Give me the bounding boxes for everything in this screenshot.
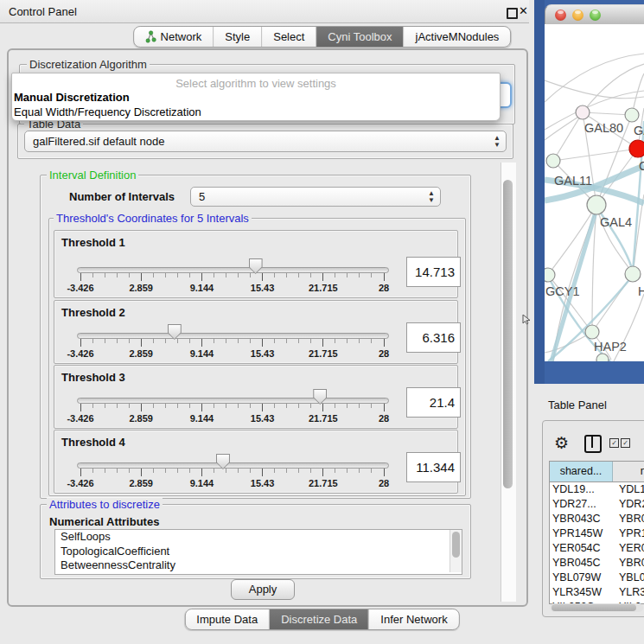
network-canvas[interactable]: GAL80GACGAL11GAL4GCY1HHAP2: [545, 24, 644, 361]
mac-zoom-button[interactable]: [590, 10, 601, 21]
slider-tick: [250, 404, 251, 408]
threshold-value-field[interactable]: 21.4: [406, 387, 461, 418]
cell-name: YBL0: [615, 571, 644, 586]
slider-tick: [226, 339, 226, 343]
network-node-default[interactable]: [625, 266, 641, 282]
table-row[interactable]: YPR145WYPR1: [550, 527, 644, 542]
tab-network[interactable]: Network: [134, 27, 214, 47]
network-edge[interactable]: [545, 114, 583, 140]
slider-tick: [310, 273, 311, 277]
checkbox-icon[interactable]: ✓: [621, 438, 630, 448]
cell-shared-name: YDR27...: [550, 498, 615, 513]
table-data-combo[interactable]: galFiltered.sif default node ▲▼: [24, 131, 507, 152]
table-row[interactable]: YBL079WYBL0: [550, 571, 644, 586]
slider-tick: [165, 404, 166, 408]
network-node-default[interactable]: [546, 154, 560, 168]
control-panel-title: Control Panel: [9, 5, 77, 18]
table-row[interactable]: YBR043CYBR0: [550, 513, 644, 527]
network-node-default[interactable]: [545, 268, 555, 282]
slider-tick: [189, 273, 190, 277]
threshold-value-field[interactable]: 14.713: [406, 257, 461, 287]
table-column-header-name[interactable]: name: [613, 462, 644, 481]
node-table[interactable]: shared...name YDL19...YDL1YDR27...YDR2YB…: [549, 461, 644, 604]
table-row[interactable]: YLR345WYLR3: [550, 586, 644, 601]
num-intervals-value: 5: [191, 190, 423, 203]
attribute-item-betweennesscentrality[interactable]: BetweennessCentrality: [55, 558, 462, 573]
network-node-default[interactable]: [625, 108, 639, 122]
numerical-attributes-list[interactable]: SelfLoopsTopologicalCoefficientBetweenne…: [54, 529, 462, 575]
slider-tick: [117, 339, 118, 343]
network-frame-left-strip: [534, 0, 545, 384]
tab-jactivemnodules[interactable]: jActiveMNodules: [405, 27, 511, 47]
table-row[interactable]: YDL19...YDL1: [550, 483, 644, 498]
cell-name: YBR0: [615, 513, 644, 527]
mac-minimize-button[interactable]: [572, 10, 583, 21]
cell-name: YPR1: [615, 527, 644, 542]
dropdown-item-equal-width-frequency-discretization[interactable]: Equal Width/Frequency Discretization: [12, 105, 500, 119]
threshold-slider-thumb[interactable]: [216, 454, 230, 469]
control-panel-titlebar: Control Panel ✕: [0, 0, 529, 23]
mac-close-button[interactable]: [555, 10, 566, 21]
tab-style[interactable]: Style: [214, 27, 262, 47]
cell-shared-name: YBR045C: [550, 557, 615, 571]
table-hscrollbar[interactable]: [550, 603, 643, 612]
tab-select[interactable]: Select: [262, 27, 316, 47]
apply-button[interactable]: Apply: [231, 579, 295, 600]
threshold-panel-3: Threshold 3-3.4262.8599.14415.4321.71528…: [54, 365, 458, 429]
slider-tick: [335, 339, 335, 343]
network-node-default[interactable]: [585, 325, 599, 339]
slider-tick: [105, 339, 105, 343]
node-label: H: [638, 284, 644, 298]
gear-icon[interactable]: ⚙: [554, 433, 569, 453]
network-node-pink[interactable]: [576, 105, 590, 119]
slider-tick: [322, 273, 323, 281]
cell-shared-name: YPR145W: [550, 527, 615, 542]
threshold-slider-thumb[interactable]: [313, 389, 327, 405]
close-icon[interactable]: ✕: [519, 4, 528, 17]
slider-tick: [92, 404, 93, 408]
panel-vscrollbar-thumb[interactable]: [503, 180, 513, 488]
network-window-titlebar[interactable]: [545, 4, 644, 26]
network-edge[interactable]: [553, 149, 638, 161]
table-row[interactable]: YER054CYER0: [550, 542, 644, 557]
threshold-slider-track[interactable]: [77, 267, 389, 273]
tab-cyni-toolbox[interactable]: Cyni Toolbox: [316, 27, 404, 47]
network-edge[interactable]: [553, 112, 583, 161]
threshold-slider-track[interactable]: [77, 398, 389, 404]
threshold-label: Threshold 3: [61, 371, 125, 384]
threshold-slider-thumb[interactable]: [168, 324, 182, 340]
threshold-value-field[interactable]: 6.316: [406, 322, 461, 353]
checkbox-icon[interactable]: ✓: [609, 438, 619, 448]
tab-infer-network[interactable]: Infer Network: [369, 609, 458, 629]
attribute-item-selfloops[interactable]: SelfLoops: [55, 530, 462, 545]
float-window-icon[interactable]: [507, 8, 518, 19]
threshold-slider-thumb[interactable]: [249, 258, 263, 274]
threshold-slider-track[interactable]: [77, 333, 389, 339]
dropdown-item-manual-discretization[interactable]: Manual Discretization: [12, 90, 500, 105]
slider-tick: [117, 469, 118, 473]
node-label: GCY1: [545, 284, 580, 298]
tab-discretize-data[interactable]: Discretize Data: [270, 609, 369, 629]
thumb-face: [250, 259, 262, 273]
network-node-red[interactable]: [629, 140, 644, 157]
threshold-value-field[interactable]: 11.344: [406, 452, 461, 482]
table-column-header-shared[interactable]: shared...: [550, 462, 613, 481]
table-row[interactable]: YDR27...YDR2: [550, 498, 644, 513]
attributes-scrollbar[interactable]: [450, 530, 462, 572]
thumb-face: [169, 325, 181, 339]
num-intervals-combo[interactable]: 5 ▲▼: [190, 187, 441, 207]
tab-label: Select: [273, 30, 304, 43]
slider-tick-label: -3.426: [53, 478, 108, 488]
network-node-default[interactable]: [596, 354, 609, 361]
attribute-item-topologicalcoefficient[interactable]: TopologicalCoefficient: [55, 545, 462, 559]
slider-tick: [322, 339, 323, 347]
table-row[interactable]: YBR045CYBR0: [550, 557, 644, 571]
tab-impute-data[interactable]: Impute Data: [185, 609, 270, 629]
slider-tick: [371, 404, 372, 408]
cell-shared-name: YLR345W: [550, 586, 615, 601]
network-node-default[interactable]: [587, 195, 606, 214]
split-columns-icon[interactable]: [584, 435, 602, 453]
threshold-slider-track[interactable]: [77, 462, 389, 469]
slider-tick: [371, 469, 372, 473]
slider-tick: [262, 273, 263, 281]
